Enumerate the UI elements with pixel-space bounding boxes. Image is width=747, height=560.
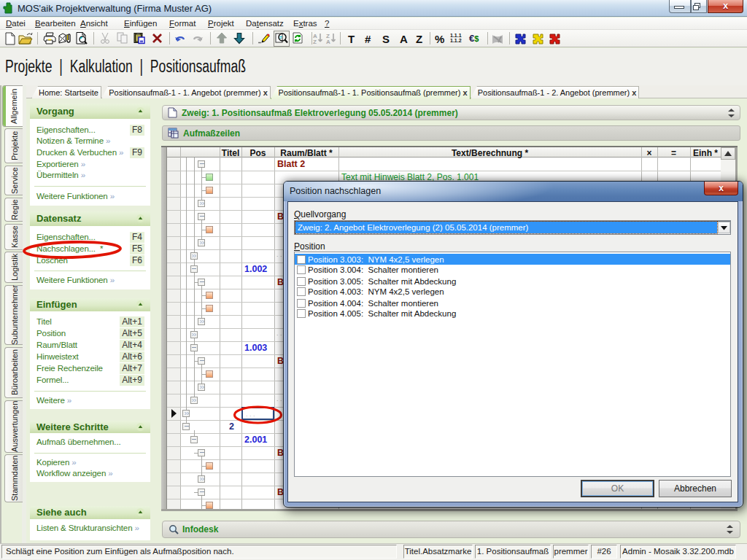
svg-text:Z: Z	[313, 39, 317, 45]
svg-text:A: A	[326, 39, 330, 45]
